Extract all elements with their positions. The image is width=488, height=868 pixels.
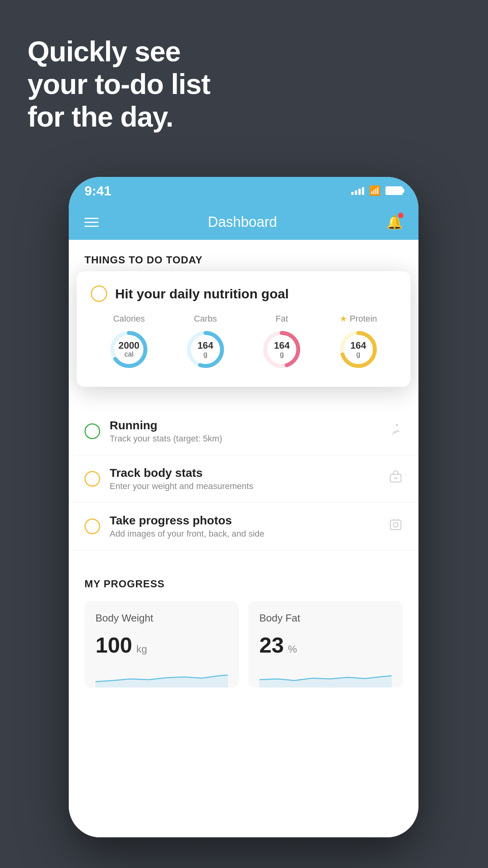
phone-frame: 9:41 📶 Dashboard 🔔 THINGS TO DO TODAY (69, 177, 418, 837)
status-time: 9:41 (84, 183, 111, 199)
progress-cards: Body Weight 100 kg Body Fat (84, 601, 403, 688)
running-icon (389, 423, 403, 440)
header-title: Dashboard (208, 214, 277, 230)
protein-donut: 164 g (337, 328, 380, 371)
body-fat-chart (259, 664, 392, 688)
app-header: Dashboard 🔔 (69, 204, 418, 240)
body-stats-icon (389, 470, 403, 487)
calories-value: 2000 (119, 341, 139, 350)
svg-point-12 (393, 522, 398, 527)
notification-button[interactable]: 🔔 (386, 214, 403, 230)
nutrition-card-title: Hit your daily nutrition goal (115, 286, 289, 302)
status-icons: 📶 (351, 185, 403, 196)
wifi-icon: 📶 (369, 185, 381, 196)
protein-value: 164 (350, 341, 366, 350)
svg-rect-11 (391, 520, 401, 530)
body-weight-value: 100 (95, 633, 132, 657)
carbs-donut: 164 g (184, 328, 227, 371)
body-stats-checkbox[interactable] (84, 471, 100, 487)
body-weight-unit: kg (136, 643, 147, 655)
star-icon: ★ (339, 314, 347, 324)
todo-progress-photos[interactable]: Take progress photos Add images of your … (69, 503, 418, 550)
nutrition-row: Calories 2000 cal Carbs (91, 314, 396, 371)
protein-unit: g (350, 350, 366, 359)
progress-photos-icon (389, 518, 403, 535)
body-stats-sub: Enter your weight and measurements (110, 481, 379, 491)
body-stats-text: Track body stats Enter your weight and m… (110, 466, 379, 491)
running-sub: Track your stats (target: 5km) (110, 434, 379, 444)
notification-dot (398, 213, 404, 218)
nutrition-checkbox[interactable] (91, 285, 107, 302)
battery-icon (385, 186, 403, 195)
progress-photos-checkbox[interactable] (84, 519, 100, 534)
todo-running[interactable]: Running Track your stats (target: 5km) (69, 408, 418, 455)
signal-icon (351, 186, 364, 195)
body-weight-value-row: 100 kg (95, 632, 228, 658)
things-to-do-header: THINGS TO DO TODAY (69, 240, 418, 274)
fat-value: 164 (274, 341, 290, 350)
carbs-item: Carbs 164 g (184, 314, 227, 371)
fat-donut: 164 g (260, 328, 303, 371)
body-fat-value-row: 23 % (259, 632, 392, 658)
body-fat-value: 23 (259, 633, 284, 657)
calories-unit: cal (119, 350, 139, 359)
body-fat-title: Body Fat (259, 612, 392, 624)
running-name: Running (110, 419, 379, 432)
progress-photos-sub: Add images of your front, back, and side (110, 529, 379, 539)
calories-item: Calories 2000 cal (107, 314, 150, 371)
body-weight-chart (95, 664, 228, 688)
status-bar: 9:41 📶 (69, 177, 418, 204)
body-fat-unit: % (288, 643, 297, 655)
progress-header: MY PROGRESS (84, 578, 403, 590)
carbs-value: 164 (198, 341, 213, 350)
protein-label-row: ★ Protein (339, 314, 377, 324)
card-title-row: Hit your daily nutrition goal (91, 285, 396, 302)
body-weight-title: Body Weight (95, 612, 228, 624)
running-text: Running Track your stats (target: 5km) (110, 419, 379, 444)
headline: Quickly see your to-do list for the day. (28, 35, 210, 133)
protein-label: Protein (350, 314, 377, 324)
calories-label: Calories (113, 314, 145, 324)
body-weight-card[interactable]: Body Weight 100 kg (84, 601, 239, 688)
app-content: THINGS TO DO TODAY Hit your daily nutrit… (69, 240, 418, 837)
progress-section: MY PROGRESS Body Weight 100 kg (69, 558, 418, 699)
fat-item: Fat 164 g (260, 314, 303, 371)
running-checkbox[interactable] (84, 423, 100, 439)
protein-item: ★ Protein 164 g (337, 314, 380, 371)
todo-list: Running Track your stats (target: 5km) T… (69, 408, 418, 550)
progress-photos-name: Take progress photos (110, 514, 379, 527)
fat-label: Fat (275, 314, 288, 324)
body-stats-name: Track body stats (110, 466, 379, 480)
calories-donut: 2000 cal (107, 328, 150, 371)
fat-unit: g (274, 350, 290, 359)
carbs-unit: g (198, 350, 213, 359)
carbs-label: Carbs (194, 314, 217, 324)
menu-button[interactable] (84, 218, 99, 227)
nutrition-card: Hit your daily nutrition goal Calories 2… (77, 271, 411, 387)
body-fat-card[interactable]: Body Fat 23 % (248, 601, 403, 688)
progress-photos-text: Take progress photos Add images of your … (110, 514, 379, 539)
todo-body-stats[interactable]: Track body stats Enter your weight and m… (69, 455, 418, 503)
